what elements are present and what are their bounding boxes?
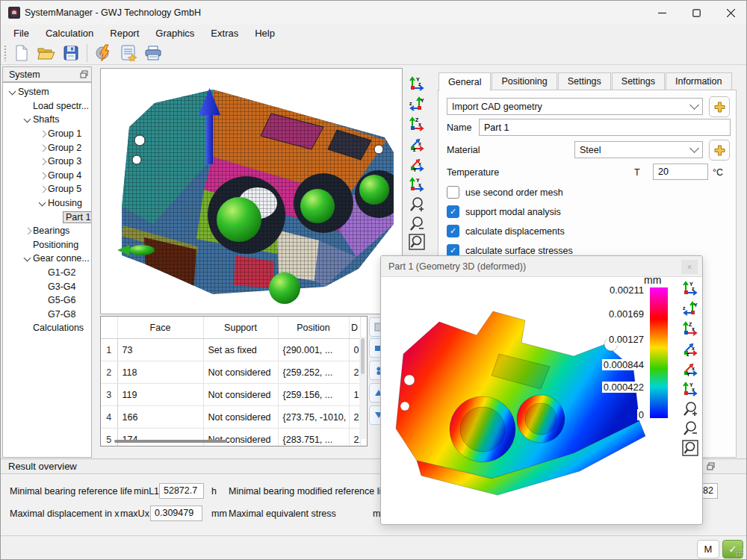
tab-general[interactable]: General [438, 72, 491, 91]
resize-grip[interactable] [735, 548, 744, 557]
tab-positioning[interactable]: Positioning [492, 72, 557, 90]
tree-item-group2[interactable]: Group 2 [3, 140, 91, 155]
tree-item-housing[interactable]: Housing [3, 196, 91, 211]
name-input[interactable] [479, 119, 731, 136]
col-support[interactable]: Support [203, 317, 278, 339]
checkbox-second-order-mesh[interactable]: use second order mesh [447, 186, 563, 199]
zoom-in-icon[interactable] [682, 401, 698, 417]
checkbox-displacements[interactable]: ✓ calculate displacements [447, 225, 565, 237]
table-row[interactable]: 2118Not considered{259.252, ...21 [101, 361, 360, 384]
table-row[interactable]: 4166Not considered{273.75, -1010, ...25 [101, 406, 360, 429]
checkbox-checked-icon[interactable]: ✓ [447, 225, 459, 237]
checkbox-modal-analysis[interactable]: ✓ support modal analysis [447, 205, 561, 218]
float-panel-icon[interactable] [707, 462, 715, 470]
maximize-button[interactable] [679, 1, 713, 25]
float-panel-icon[interactable] [80, 70, 88, 78]
view-yx-icon[interactable]: Yx [409, 176, 425, 193]
zoom-in-icon[interactable] [409, 196, 425, 213]
chevron-right-icon[interactable] [22, 225, 33, 236]
deformed-geometry-window[interactable]: Part 1 (Geometry 3D (deformed)) × [380, 255, 703, 525]
new-file-button[interactable] [11, 43, 31, 63]
close-button[interactable] [713, 1, 747, 25]
toolbar-grip[interactable] [4, 45, 7, 61]
tree-item-calculations[interactable]: Calculations [3, 321, 91, 335]
tree-item-system[interactable]: System [3, 85, 91, 99]
temperature-input[interactable] [653, 164, 708, 180]
view-yx-back-icon[interactable]: Yx [682, 361, 698, 377]
tree-item-positioning[interactable]: Positioning [3, 238, 91, 252]
menu-calculation[interactable]: Calculation [37, 26, 102, 40]
zoom-fit-icon[interactable] [682, 440, 698, 456]
table-row[interactable]: 3119Not considered{259.156, ...15 [101, 384, 360, 406]
tree-item-bearings[interactable]: Bearings [3, 224, 91, 238]
tree-item-load-spectra[interactable]: Load spectr... [3, 99, 91, 113]
3d-viewport[interactable] [100, 68, 403, 314]
chevron-right-icon[interactable] [37, 156, 48, 167]
print-button[interactable] [143, 43, 163, 63]
tab-information[interactable]: Information [666, 72, 732, 90]
zoom-out-icon[interactable] [409, 216, 425, 232]
zoom-out-icon[interactable] [682, 420, 698, 437]
view-zx-icon[interactable]: Zx [682, 320, 698, 337]
tree-item-g5-g6[interactable]: G5-G6 [3, 293, 91, 308]
chevron-down-icon[interactable] [37, 198, 48, 208]
chevron-down-icon[interactable] [7, 87, 18, 97]
checkbox-icon[interactable] [447, 186, 459, 199]
chevron-right-icon[interactable] [37, 184, 48, 194]
chevron-down-icon [689, 143, 699, 153]
menu-report[interactable]: Report [102, 26, 147, 40]
zoom-fit-icon[interactable] [409, 234, 425, 250]
table-horizontal-scrollbar[interactable] [105, 439, 359, 444]
view-yz-icon[interactable]: Yz [409, 75, 425, 92]
view-yz-icon[interactable]: Yz [682, 280, 698, 296]
add-material-button[interactable] [709, 140, 730, 161]
tree-item-shafts[interactable]: Shafts [3, 113, 91, 127]
tree-item-group4[interactable]: Group 4 [3, 169, 91, 183]
chevron-right-icon[interactable] [37, 170, 48, 181]
view-yx-back-icon[interactable]: Yx [409, 156, 425, 172]
view-zy-icon[interactable]: Yz [682, 300, 698, 317]
tree-item-g1-g2[interactable]: G1-G2 [3, 266, 91, 280]
view-zy-icon[interactable]: Yz [409, 96, 425, 112]
tab-settings-2[interactable]: Settings [612, 72, 665, 90]
deformed-window-close-button[interactable]: × [681, 260, 698, 274]
view-yx-icon[interactable]: Yx [682, 381, 698, 397]
chevron-down-icon[interactable] [22, 253, 33, 264]
tab-settings-1[interactable]: Settings [558, 72, 611, 90]
part-type-dropdown[interactable]: Import CAD geometry [447, 98, 703, 115]
col-face[interactable]: Face [117, 317, 203, 339]
table-row[interactable]: 173Set as fixed{290.001, ...0 [101, 339, 360, 361]
add-geometry-button[interactable] [709, 96, 730, 117]
mode-button[interactable]: M [697, 540, 719, 559]
tree-item-group5[interactable]: Group 5 [3, 182, 91, 196]
col-index[interactable] [101, 317, 117, 339]
menu-file[interactable]: File [5, 26, 37, 40]
tree-item-part1[interactable]: Part 1 [3, 210, 91, 224]
calculate-button[interactable] [93, 43, 114, 63]
view-zx-icon[interactable]: Zx [409, 116, 425, 132]
menu-graphics[interactable]: Graphics [147, 26, 202, 40]
tree-item-g3-g4[interactable]: G3-G4 [3, 279, 91, 293]
table-vertical-scrollbar[interactable] [359, 337, 366, 439]
chevron-right-icon[interactable] [37, 143, 48, 153]
view-zx-back-icon[interactable]: zx [409, 136, 425, 152]
svg-text:x: x [692, 326, 695, 332]
view-zx-back-icon[interactable]: zx [682, 340, 698, 357]
col-position[interactable]: Position [278, 317, 349, 339]
report-button[interactable] [118, 43, 138, 63]
tree-item-group1[interactable]: Group 1 [3, 127, 91, 141]
tree-item-group3[interactable]: Group 3 [3, 155, 91, 169]
checkbox-checked-icon[interactable]: ✓ [447, 205, 459, 218]
col-d[interactable]: D [349, 317, 360, 339]
menu-extras[interactable]: Extras [202, 26, 247, 40]
open-file-button[interactable] [36, 43, 56, 63]
chevron-down-icon[interactable] [22, 114, 33, 125]
menu-help[interactable]: Help [247, 26, 283, 40]
tree-item-gear-connections[interactable]: Gear conne... [3, 252, 91, 266]
material-dropdown[interactable]: Steel [574, 141, 703, 158]
save-button[interactable] [61, 43, 81, 63]
minimize-button[interactable] [645, 1, 679, 25]
tree-item-g7-g8[interactable]: G7-G8 [3, 308, 91, 322]
close-icon: × [686, 262, 692, 273]
chevron-right-icon[interactable] [37, 128, 48, 139]
